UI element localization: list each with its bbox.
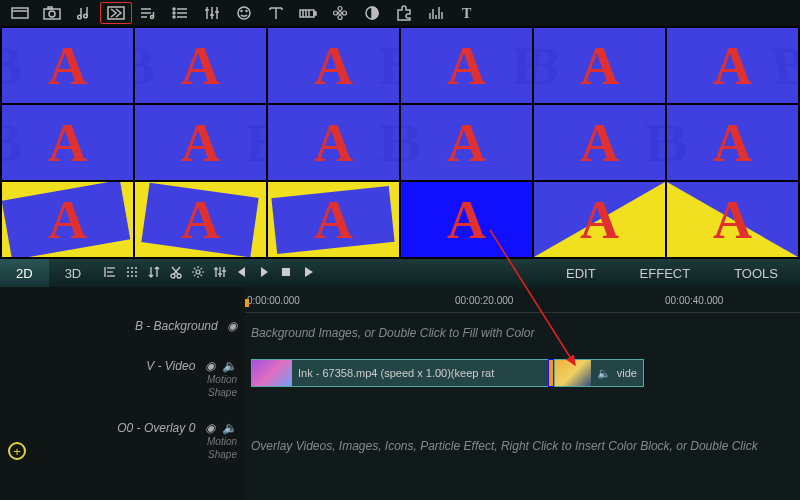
track-label: O0 - Overlay 0 — [117, 421, 195, 435]
ruler-tick: 00:00:20.000 — [455, 295, 513, 306]
track-lane-overlay[interactable]: Overlay Videos, Images, Icons, Particle … — [245, 415, 800, 477]
cut-icon[interactable] — [169, 265, 183, 282]
svg-point-24 — [238, 7, 250, 19]
tab-2d[interactable]: 2D — [0, 259, 49, 287]
svg-point-55 — [127, 271, 129, 273]
clip-speaker-icon: 🔈 — [591, 367, 617, 380]
sort-icon[interactable] — [147, 265, 161, 282]
add-track-button[interactable]: + — [8, 442, 26, 460]
flower-icon[interactable] — [324, 2, 356, 24]
sliders-icon[interactable] — [213, 265, 227, 282]
svg-point-14 — [173, 16, 175, 18]
tab-effect[interactable]: EFFECT — [618, 266, 713, 281]
next-icon[interactable] — [257, 265, 271, 282]
music-icon[interactable] — [68, 2, 100, 24]
svg-point-40 — [343, 11, 347, 15]
smiley-icon[interactable] — [228, 2, 260, 24]
grid-icon[interactable] — [125, 265, 139, 282]
transition-thumb[interactable]: BA — [2, 28, 133, 103]
track-hint: Background Images, or Double Click to Fi… — [251, 326, 534, 340]
svg-point-25 — [241, 11, 242, 12]
ruler-tick: 00:00:40.000 — [665, 295, 723, 306]
svg-point-61 — [171, 274, 175, 278]
svg-point-39 — [334, 11, 338, 15]
svg-point-52 — [127, 267, 129, 269]
transition-thumb[interactable]: A — [667, 182, 798, 257]
speaker-icon[interactable]: 🔈 — [222, 359, 237, 373]
track-sub-motion: Motion — [0, 435, 237, 448]
tab-edit[interactable]: EDIT — [544, 266, 618, 281]
track-lane-video[interactable]: Ink - 67358.mp4 (speed x 1.00)(keep rat … — [245, 353, 800, 415]
stop-icon[interactable] — [279, 265, 293, 282]
transition-thumb[interactable]: BA — [135, 28, 266, 103]
svg-point-38 — [338, 16, 342, 20]
transition-thumb[interactable]: BA — [268, 105, 399, 180]
transition-thumb[interactable]: A — [135, 182, 266, 257]
svg-point-37 — [338, 7, 342, 11]
svg-point-12 — [173, 8, 175, 10]
equalizer-icon[interactable] — [420, 2, 452, 24]
align-left-icon[interactable] — [103, 265, 117, 282]
play-icon[interactable] — [301, 265, 315, 282]
svg-point-13 — [173, 12, 175, 14]
clip-thumbnail — [555, 360, 591, 386]
svg-point-53 — [131, 267, 133, 269]
prev-icon[interactable] — [235, 265, 249, 282]
puzzle-icon[interactable] — [388, 2, 420, 24]
gear-icon[interactable] — [191, 265, 205, 282]
eye-icon[interactable]: ◉ — [205, 359, 215, 373]
svg-rect-70 — [282, 268, 290, 276]
clip-label: Ink - 67358.mp4 (speed x 1.00)(keep rat — [292, 367, 500, 379]
svg-point-62 — [177, 274, 181, 278]
panel-bar: 2D 3D EDIT EFFECT TOOLS — [0, 259, 800, 287]
transition-thumb[interactable]: BA — [268, 28, 399, 103]
list-icon[interactable] — [164, 2, 196, 24]
speaker-icon[interactable]: 🔈 — [222, 421, 237, 435]
video-clip[interactable]: 🔈 vide — [554, 359, 644, 387]
frame-icon[interactable] — [4, 2, 36, 24]
timeline-ruler[interactable]: 0:00:00.000 00:00:20.000 00:00:40.000 — [245, 287, 800, 313]
clip-label: vide — [617, 367, 643, 379]
timeline-tracks[interactable]: 0:00:00.000 00:00:20.000 00:00:40.000 Ba… — [245, 287, 800, 500]
transition-thumb[interactable]: A — [2, 182, 133, 257]
svg-point-60 — [135, 275, 137, 277]
transition-thumb[interactable]: BA — [667, 105, 798, 180]
svg-rect-4 — [48, 7, 52, 9]
transition-thumb[interactable]: BA — [401, 28, 532, 103]
battery-icon[interactable] — [292, 2, 324, 24]
track-lane-background[interactable]: Background Images, or Double Click to Fi… — [245, 313, 800, 353]
panel-mid-icons — [97, 265, 321, 282]
transition-thumb[interactable]: A — [534, 182, 665, 257]
text-t-icon[interactable] — [260, 2, 292, 24]
transition-thumb[interactable]: BA — [667, 28, 798, 103]
track-header-video[interactable]: V - Video ◉ 🔈 Motion Shape — [0, 353, 245, 415]
track-header-overlay[interactable]: O0 - Overlay 0 ◉ 🔈 Motion Shape — [0, 415, 245, 477]
tune-icon[interactable] — [196, 2, 228, 24]
transition-thumb[interactable]: A — [268, 182, 399, 257]
svg-text:T: T — [462, 6, 472, 21]
contrast-icon[interactable] — [356, 2, 388, 24]
eye-icon[interactable]: ◉ — [227, 319, 237, 333]
transition-thumb[interactable]: BA — [2, 105, 133, 180]
svg-rect-31 — [300, 10, 314, 17]
eye-icon[interactable]: ◉ — [205, 421, 215, 435]
transition-thumb[interactable]: BA — [135, 105, 266, 180]
video-clip[interactable]: Ink - 67358.mp4 (speed x 1.00)(keep rat — [251, 359, 551, 387]
transition-thumb[interactable]: BA — [401, 105, 532, 180]
track-header-background[interactable]: B - Background ◉ — [0, 313, 245, 353]
tab-3d[interactable]: 3D — [49, 259, 98, 287]
tab-tools[interactable]: TOOLS — [712, 266, 800, 281]
svg-point-6 — [84, 14, 88, 18]
track-sub-shape: Shape — [0, 386, 237, 399]
svg-point-56 — [131, 271, 133, 273]
transition-thumb-selected[interactable]: A — [401, 182, 532, 257]
transition-thumb[interactable]: BA — [534, 28, 665, 103]
transition-marker[interactable] — [548, 359, 554, 387]
transition-thumb[interactable]: BA — [534, 105, 665, 180]
type-icon[interactable]: T — [452, 2, 484, 24]
transition-icon[interactable] — [100, 2, 132, 24]
svg-point-36 — [339, 12, 342, 15]
ruler-tick: 0:00:00.000 — [247, 295, 300, 306]
playlist-icon[interactable] — [132, 2, 164, 24]
camera-icon[interactable] — [36, 2, 68, 24]
